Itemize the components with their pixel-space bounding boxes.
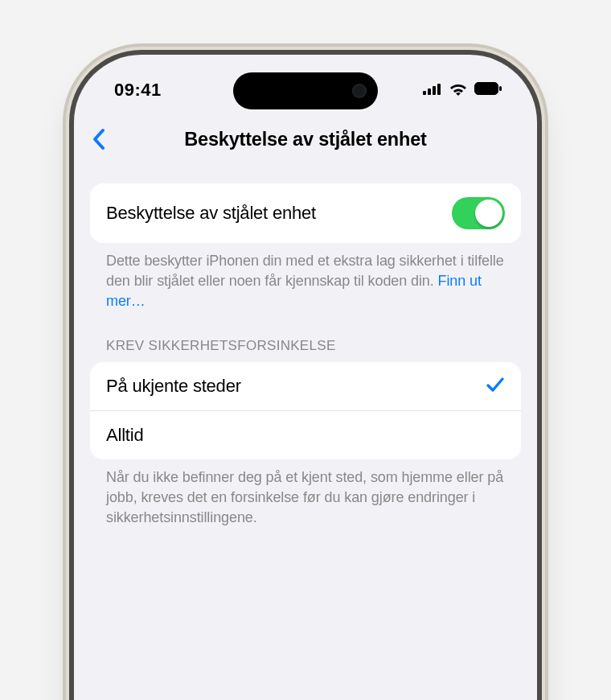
side-button-vol-up [63,257,69,319]
status-bar: 09:41 [74,55,537,113]
svg-rect-1 [428,89,431,95]
status-icons [423,82,502,99]
delay-option-label: På ukjente steder [106,376,241,397]
side-button-vol-down [63,330,69,391]
delay-option-label: Alltid [106,425,144,446]
cellular-icon [423,83,442,98]
phone-frame: 09:41 Beskyttelse av stjålet enhet [74,55,537,700]
status-time: 09:41 [114,80,162,101]
wifi-icon [449,82,468,99]
checkmark-icon [486,376,505,397]
svg-rect-4 [475,83,498,95]
chevron-left-icon [92,128,106,150]
protection-toggle-label: Beskyttelse av stjålet enhet [106,203,316,224]
content: Beskyttelse av stjålet enhet Dette besky… [74,183,537,528]
stage: 09:41 Beskyttelse av stjålet enhet [0,0,611,700]
svg-rect-5 [499,86,502,91]
svg-rect-2 [433,86,436,95]
side-button-power [542,266,548,362]
protection-description: Dette beskytter iPhonen din med et ekstr… [90,243,521,311]
protection-toggle[interactable] [452,197,505,229]
delay-section-header: KREV SIKKERHETSFORSINKELSE [90,311,521,362]
protection-toggle-row[interactable]: Beskyttelse av stjålet enhet [90,183,521,243]
protection-card: Beskyttelse av stjålet enhet [90,183,521,243]
delay-option-always[interactable]: Alltid [90,410,521,459]
delay-option-unfamiliar[interactable]: På ukjente steder [90,362,521,410]
svg-rect-0 [423,91,426,95]
delay-options-card: På ukjente steder Alltid [90,362,521,459]
delay-footer: Når du ikke befinner deg på et kjent ste… [90,459,521,527]
nav-bar: Beskyttelse av stjålet enhet [74,121,537,158]
svg-rect-3 [437,84,441,95]
back-button[interactable] [92,128,106,150]
nav-title: Beskyttelse av stjålet enhet [184,129,426,150]
battery-icon [474,82,502,98]
side-button-silent [63,208,69,240]
